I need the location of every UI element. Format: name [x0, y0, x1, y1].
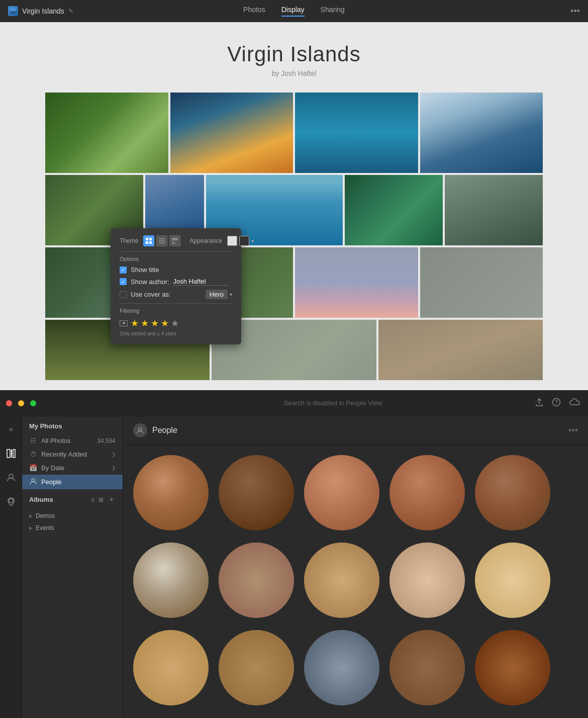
person-avatar-4[interactable]: [389, 455, 465, 530]
person-avatar-15[interactable]: [475, 630, 550, 705]
svg-rect-11: [172, 243, 176, 244]
main-top-bar: Search is disabled in People View ?: [123, 390, 588, 416]
edit-icon[interactable]: ✎: [68, 8, 73, 15]
star-4[interactable]: ★: [161, 318, 169, 329]
sidebar: ＋ My Photos ☷ All Photos 34,594: [0, 390, 123, 718]
album-group: ▶ Demos ▶ Events: [22, 508, 123, 536]
photo-cell[interactable]: [295, 93, 418, 173]
person-avatar-7[interactable]: [219, 543, 294, 618]
nav-display[interactable]: Display: [281, 6, 305, 17]
sidebar-icon-people[interactable]: [4, 471, 18, 485]
my-photos-title: My Photos: [22, 422, 123, 434]
show-title-checkbox[interactable]: ✓: [120, 266, 127, 274]
person-avatar-14[interactable]: [389, 630, 465, 705]
minimize-button[interactable]: [18, 400, 24, 406]
person-avatar-3[interactable]: [304, 455, 379, 530]
show-author-option: ✓ Show author:: [120, 278, 232, 286]
svg-rect-5: [149, 241, 152, 244]
bottom-section: ＋ My Photos ☷ All Photos 34,594: [0, 390, 588, 718]
cover-value: Hero: [206, 290, 228, 299]
person-avatar-1[interactable]: [133, 455, 209, 530]
person-avatar-5[interactable]: [475, 455, 550, 530]
nav-sharing[interactable]: Sharing: [321, 6, 345, 17]
sidebar-icon-location[interactable]: [4, 495, 18, 509]
photo-cell[interactable]: [378, 320, 543, 380]
use-cover-checkbox[interactable]: [120, 291, 127, 298]
help-icon[interactable]: ?: [552, 398, 561, 409]
title-bar: Virgin Islands ✎ Photos Display Sharing …: [0, 0, 588, 22]
person-avatar-13[interactable]: [304, 630, 379, 705]
photo-cell[interactable]: [295, 247, 418, 318]
cloud-icon[interactable]: [569, 398, 580, 408]
photo-cell[interactable]: [420, 247, 543, 318]
flag-filter[interactable]: ⚑: [120, 320, 128, 326]
photo-cell[interactable]: [445, 175, 543, 245]
person-avatar-10[interactable]: [475, 543, 550, 618]
filtering-label: Filtering: [120, 308, 232, 314]
photo-cell[interactable]: [45, 93, 168, 173]
person-avatar-12[interactable]: [219, 630, 294, 705]
sidebar-body: ＋ My Photos ☷ All Photos 34,594: [0, 416, 123, 718]
light-swatch[interactable]: [227, 236, 237, 246]
sidebar-item-by-date[interactable]: 📅 By Date ❯: [22, 461, 123, 475]
star-2[interactable]: ★: [141, 318, 149, 329]
filtering-hint: Only picked and ≥ 4 stars: [120, 331, 232, 336]
title-bar-left: Virgin Islands ✎: [8, 6, 73, 16]
theme-grid-button[interactable]: [143, 235, 154, 246]
album-header: Virgin Islands by Josh Haftel: [0, 22, 588, 93]
author-input[interactable]: [173, 278, 229, 286]
star-5[interactable]: ★: [171, 318, 179, 329]
more-button[interactable]: •••: [570, 6, 580, 17]
use-cover-label: Use cover as:: [131, 291, 170, 298]
appearance-chevron[interactable]: ▾: [251, 238, 254, 244]
theme-list-button[interactable]: [156, 235, 167, 246]
cover-dropdown[interactable]: Hero ▾: [206, 290, 232, 299]
maximize-button[interactable]: [30, 400, 36, 406]
app-icon: [8, 6, 18, 16]
star-1[interactable]: ★: [131, 318, 139, 329]
sidebar-item-all-photos[interactable]: ☷ All Photos 34,594: [22, 434, 123, 447]
albums-add-button[interactable]: ＋: [108, 494, 116, 505]
sidebar-item-recently-added[interactable]: ⏱ Recently Added ❯: [22, 447, 123, 461]
share-icon[interactable]: [535, 398, 544, 409]
show-title-label: Show title: [131, 266, 159, 274]
svg-point-17: [32, 479, 35, 482]
albums-list-view-icon[interactable]: ≡: [91, 496, 94, 503]
nav-photos[interactable]: Photos: [243, 6, 265, 17]
cover-chevron[interactable]: ▾: [230, 292, 232, 297]
person-avatar-2[interactable]: [219, 455, 294, 530]
sidebar-icon-library[interactable]: [4, 446, 18, 461]
sidebar-item-people[interactable]: People: [22, 475, 123, 489]
app-name: Virgin Islands: [22, 7, 64, 15]
recently-added-label: Recently Added: [41, 451, 108, 458]
main-content: Search is disabled in People View ? Peop…: [123, 390, 588, 718]
albums-header: Albums ≡ ⊞ ＋: [22, 489, 123, 508]
theme-icons: [143, 235, 180, 246]
person-avatar-11[interactable]: [133, 630, 209, 705]
album-group-demos[interactable]: ▶ Demos: [22, 510, 123, 522]
photo-cell[interactable]: [170, 93, 293, 173]
person-avatar-6[interactable]: [133, 543, 209, 618]
svg-rect-6: [159, 238, 165, 239]
album-group-events[interactable]: ▶ Events: [22, 522, 123, 534]
close-button[interactable]: [6, 400, 12, 406]
person-avatar-8[interactable]: [304, 543, 379, 618]
star-3[interactable]: ★: [151, 318, 159, 329]
svg-rect-1: [10, 11, 16, 14]
dark-swatch[interactable]: [239, 236, 249, 246]
sidebar-icon-add[interactable]: ＋: [4, 422, 18, 436]
svg-rect-7: [159, 240, 165, 241]
people-more-button[interactable]: •••: [568, 425, 578, 436]
photo-cell[interactable]: [345, 175, 443, 245]
title-bar-nav: Photos Display Sharing: [243, 6, 345, 17]
theme-detail-button[interactable]: [169, 235, 180, 246]
top-bar-actions: ?: [535, 398, 580, 409]
albums-grid-view-icon[interactable]: ⊞: [99, 496, 104, 503]
svg-rect-8: [159, 242, 165, 243]
person-avatar-9[interactable]: [389, 543, 465, 618]
photo-cell[interactable]: [420, 93, 543, 173]
show-author-checkbox[interactable]: ✓: [120, 278, 127, 285]
search-bar: Search is disabled in People View: [131, 399, 535, 407]
by-date-chevron: ❯: [112, 465, 116, 471]
demos-label: Demos: [36, 512, 55, 519]
